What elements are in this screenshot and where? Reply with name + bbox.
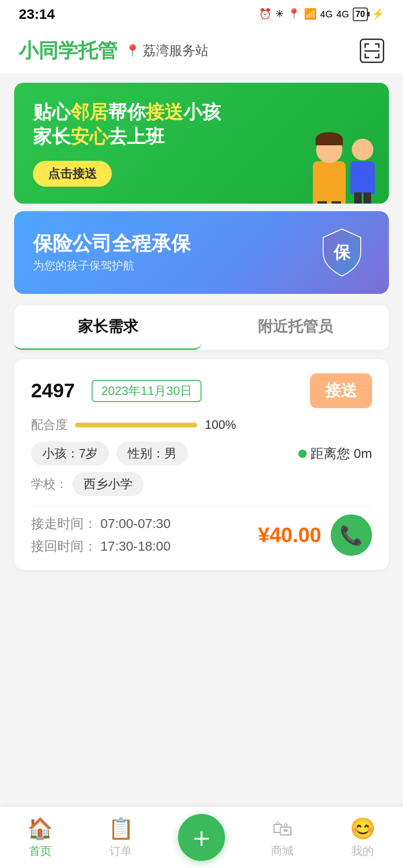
tab-parent-needs[interactable]: 家长需求 — [14, 305, 202, 350]
profile-icon: 😊 — [350, 816, 376, 841]
card-id-area: 2497 2023年11月30日 — [31, 379, 202, 402]
location-pin-icon: 📍 — [125, 44, 140, 58]
bottom-nav: 🏠 首页 📋 订单 ＋ 🛍 商城 😊 我的 — [0, 807, 403, 868]
location-badge[interactable]: 📍 荔湾服务站 — [125, 42, 209, 60]
banner-illustration — [313, 132, 375, 204]
price-text: ¥40.00 — [258, 523, 321, 547]
banner-blue-title: 保险公司全程承保 — [33, 232, 191, 255]
order-date: 2023年11月30日 — [92, 380, 202, 402]
distance-dot-icon — [298, 450, 307, 458]
match-bar-fill — [75, 423, 197, 427]
header: 小同学托管 📍 荔湾服务站 — [0, 28, 403, 73]
time-column: 接走时间： 07:00-07:30 接回时间： 17:30-18:00 — [31, 515, 170, 555]
tabs-bar: 家长需求 附近托管员 — [14, 305, 389, 350]
school-label: 学校： — [31, 476, 68, 492]
wifi-icon: 📶 — [304, 8, 317, 20]
phone-icon: 📞 — [340, 524, 363, 546]
gender-label: 性别： — [128, 446, 164, 460]
match-row: 配合度 100% — [31, 417, 372, 433]
order-card: 2497 2023年11月30日 接送 配合度 100% 小孩：7岁 性别：男 … — [14, 359, 389, 570]
header-left: 小同学托管 📍 荔湾服务站 — [19, 38, 209, 64]
status-bar: 23:14 ⏰ ✳ 📍 📶 4G 4G 70 ⚡ — [0, 0, 403, 28]
child-info-row: 小孩：7岁 性别：男 距离您 0m — [31, 442, 372, 466]
match-percent: 100% — [205, 418, 236, 432]
nav-orders-label: 订单 — [109, 844, 132, 859]
bluetooth-icon: ✳ — [275, 8, 284, 20]
status-time: 23:14 — [19, 6, 55, 22]
distance-badge: 距离您 0m — [298, 445, 372, 463]
nav-shop[interactable]: 🛍 商城 — [259, 817, 306, 858]
nav-orders[interactable]: 📋 订单 — [97, 816, 144, 859]
order-id: 2497 — [31, 379, 75, 402]
mom-figure — [313, 132, 346, 204]
banner-green: 贴心邻居帮你接送小孩 家长安心去上班 点击接送 — [14, 83, 389, 204]
svg-rect-5 — [364, 54, 366, 58]
location-label: 荔湾服务站 — [143, 42, 209, 60]
child-label: 小孩： — [42, 446, 79, 460]
match-bar-track — [75, 423, 197, 427]
orders-icon: 📋 — [108, 816, 134, 841]
alarm-icon: ⏰ — [259, 8, 271, 20]
shield-icon: 保 — [314, 224, 370, 281]
tab-nearby-caretakers[interactable]: 附近托管员 — [202, 305, 389, 350]
child-figure — [350, 139, 375, 194]
nav-home-label: 首页 — [29, 844, 52, 859]
gender-tag: 性别：男 — [116, 442, 188, 466]
svg-rect-1 — [364, 43, 366, 48]
time-price-row: 接走时间： 07:00-07:30 接回时间： 17:30-18:00 ¥40.… — [31, 514, 372, 556]
pickup-time-row: 接走时间： 07:00-07:30 — [31, 515, 170, 533]
nav-shop-label: 商城 — [271, 843, 294, 858]
banner-green-button[interactable]: 点击接送 — [33, 161, 112, 187]
banner-blue-subtitle: 为您的孩子保驾护航 — [33, 258, 191, 273]
pickup-time-value: 07:00-07:30 — [101, 516, 170, 531]
app-title: 小同学托管 — [19, 38, 117, 64]
banner-blue-left: 保险公司全程承保 为您的孩子保驾护航 — [33, 232, 191, 273]
charging-icon: ⚡ — [372, 8, 384, 20]
signal-icon-1: 4G — [320, 9, 333, 20]
signal-icon-2: 4G — [336, 9, 349, 20]
return-time-label: 接回时间： — [31, 539, 97, 553]
location-status-icon: 📍 — [287, 8, 300, 20]
pickup-time-label: 接走时间： — [31, 516, 97, 531]
nav-add-button[interactable]: ＋ — [178, 814, 225, 861]
status-icons: ⏰ ✳ 📍 📶 4G 4G 70 ⚡ — [259, 8, 384, 21]
battery-icon: 70 — [353, 8, 368, 21]
svg-rect-8 — [364, 50, 380, 52]
distance-text: 距离您 0m — [310, 445, 372, 463]
svg-text:保: 保 — [333, 243, 351, 262]
plus-icon: ＋ — [187, 819, 216, 857]
scan-button[interactable] — [360, 39, 384, 63]
nav-profile-label: 我的 — [351, 844, 374, 859]
child-age-tag: 小孩：7岁 — [31, 442, 109, 466]
nav-profile[interactable]: 😊 我的 — [339, 816, 386, 859]
school-row: 学校： 西乡小学 — [31, 472, 372, 496]
banner-blue: 保险公司全程承保 为您的孩子保驾护航 保 — [14, 211, 389, 294]
home-icon: 🏠 — [27, 816, 53, 841]
nav-home[interactable]: 🏠 首页 — [17, 816, 64, 859]
return-time-value: 17:30-18:00 — [101, 539, 170, 553]
svg-rect-7 — [378, 54, 380, 58]
card-divider — [31, 506, 372, 507]
pickup-button[interactable]: 接送 — [310, 373, 372, 408]
child-age-value: 7岁 — [79, 446, 98, 460]
match-label: 配合度 — [31, 417, 68, 433]
svg-rect-3 — [378, 43, 380, 48]
shop-icon: 🛍 — [272, 817, 293, 840]
school-name: 西乡小学 — [72, 472, 144, 496]
card-header: 2497 2023年11月30日 接送 — [31, 373, 372, 408]
call-button[interactable]: 📞 — [331, 514, 372, 556]
gender-value: 男 — [164, 446, 177, 460]
price-call-col: ¥40.00 📞 — [258, 514, 372, 556]
return-time-row: 接回时间： 17:30-18:00 — [31, 537, 170, 555]
